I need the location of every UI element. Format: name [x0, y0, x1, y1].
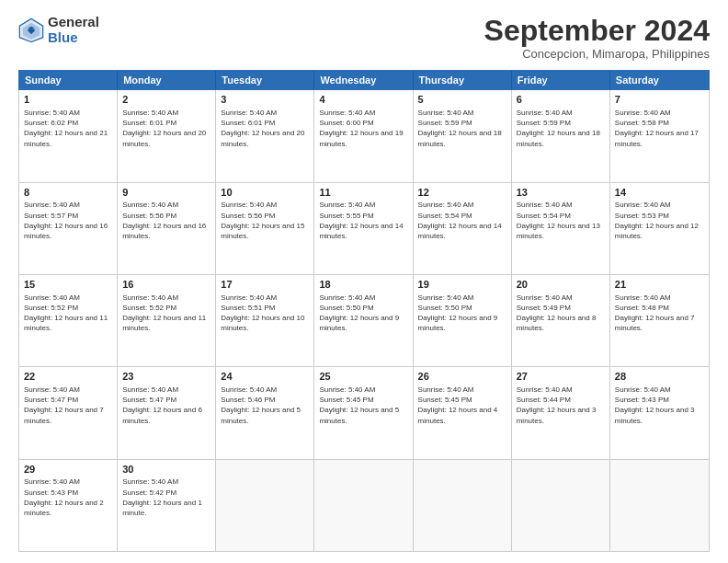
day-28: 28 Sunrise: 5:40 AMSunset: 5:43 PMDaylig… — [610, 367, 709, 458]
day-27: 27 Sunrise: 5:40 AMSunset: 5:44 PMDaylig… — [512, 367, 610, 458]
day-empty-5 — [610, 460, 709, 551]
page: General Blue September 2024 Concepcion, … — [0, 0, 728, 563]
header-thursday: Thursday — [414, 71, 512, 89]
week-row-1: 1 Sunrise: 5:40 AMSunset: 6:02 PMDayligh… — [19, 90, 709, 182]
calendar-body: 1 Sunrise: 5:40 AMSunset: 6:02 PMDayligh… — [18, 90, 710, 552]
day-empty-4 — [512, 460, 610, 551]
title-block: September 2024 Concepcion, Mimaropa, Phi… — [484, 15, 710, 61]
header: General Blue September 2024 Concepcion, … — [18, 15, 710, 61]
day-30: 30 Sunrise: 5:40 AMSunset: 5:42 PMDaylig… — [118, 460, 216, 551]
day-12: 12 Sunrise: 5:40 AMSunset: 5:54 PMDaylig… — [414, 183, 512, 274]
day-25: 25 Sunrise: 5:40 AMSunset: 5:45 PMDaylig… — [314, 367, 413, 458]
day-15: 15 Sunrise: 5:40 AMSunset: 5:52 PMDaylig… — [19, 275, 118, 366]
day-26: 26 Sunrise: 5:40 AMSunset: 5:45 PMDaylig… — [414, 367, 512, 458]
day-6: 6 Sunrise: 5:40 AMSunset: 5:59 PMDayligh… — [512, 90, 610, 181]
logo-general: General — [48, 15, 99, 30]
day-9: 9 Sunrise: 5:40 AMSunset: 5:56 PMDayligh… — [118, 183, 216, 274]
month-title: September 2024 — [484, 15, 710, 47]
calendar: Sunday Monday Tuesday Wednesday Thursday… — [18, 70, 710, 552]
day-14: 14 Sunrise: 5:40 AMSunset: 5:53 PMDaylig… — [610, 183, 709, 274]
day-11: 11 Sunrise: 5:40 AMSunset: 5:55 PMDaylig… — [314, 183, 413, 274]
day-21: 21 Sunrise: 5:40 AMSunset: 5:48 PMDaylig… — [610, 275, 709, 366]
day-empty-2 — [314, 460, 413, 551]
day-2: 2 Sunrise: 5:40 AMSunset: 6:01 PMDayligh… — [118, 90, 216, 181]
week-row-2: 8 Sunrise: 5:40 AMSunset: 5:57 PMDayligh… — [19, 183, 709, 275]
week-row-4: 22 Sunrise: 5:40 AMSunset: 5:47 PMDaylig… — [19, 367, 709, 459]
day-13: 13 Sunrise: 5:40 AMSunset: 5:54 PMDaylig… — [512, 183, 610, 274]
header-friday: Friday — [512, 71, 610, 89]
day-17: 17 Sunrise: 5:40 AMSunset: 5:51 PMDaylig… — [216, 275, 314, 366]
header-tuesday: Tuesday — [216, 71, 314, 89]
day-20: 20 Sunrise: 5:40 AMSunset: 5:49 PMDaylig… — [512, 275, 610, 366]
logo-text: General Blue — [48, 15, 99, 45]
day-22: 22 Sunrise: 5:40 AMSunset: 5:47 PMDaylig… — [19, 367, 118, 458]
day-3: 3 Sunrise: 5:40 AMSunset: 6:01 PMDayligh… — [216, 90, 314, 181]
header-wednesday: Wednesday — [314, 71, 413, 89]
header-sunday: Sunday — [19, 71, 118, 89]
day-8: 8 Sunrise: 5:40 AMSunset: 5:57 PMDayligh… — [19, 183, 118, 274]
day-empty-3 — [414, 460, 512, 551]
header-saturday: Saturday — [610, 71, 709, 89]
day-1: 1 Sunrise: 5:40 AMSunset: 6:02 PMDayligh… — [19, 90, 118, 181]
day-10: 10 Sunrise: 5:40 AMSunset: 5:56 PMDaylig… — [216, 183, 314, 274]
day-5: 5 Sunrise: 5:40 AMSunset: 5:59 PMDayligh… — [414, 90, 512, 181]
day-18: 18 Sunrise: 5:40 AMSunset: 5:50 PMDaylig… — [314, 275, 413, 366]
day-empty-1 — [216, 460, 314, 551]
day-24: 24 Sunrise: 5:40 AMSunset: 5:46 PMDaylig… — [216, 367, 314, 458]
week-row-3: 15 Sunrise: 5:40 AMSunset: 5:52 PMDaylig… — [19, 275, 709, 367]
header-monday: Monday — [118, 71, 216, 89]
day-4: 4 Sunrise: 5:40 AMSunset: 6:00 PMDayligh… — [314, 90, 413, 181]
day-23: 23 Sunrise: 5:40 AMSunset: 5:47 PMDaylig… — [118, 367, 216, 458]
location-subtitle: Concepcion, Mimaropa, Philippines — [484, 47, 710, 61]
logo: General Blue — [18, 15, 99, 45]
logo-icon — [18, 17, 44, 43]
logo-blue: Blue — [48, 30, 99, 46]
day-29: 29 Sunrise: 5:40 AMSunset: 5:43 PMDaylig… — [19, 460, 118, 551]
day-16: 16 Sunrise: 5:40 AMSunset: 5:52 PMDaylig… — [118, 275, 216, 366]
day-19: 19 Sunrise: 5:40 AMSunset: 5:50 PMDaylig… — [414, 275, 512, 366]
day-7: 7 Sunrise: 5:40 AMSunset: 5:58 PMDayligh… — [610, 90, 709, 181]
week-row-5: 29 Sunrise: 5:40 AMSunset: 5:43 PMDaylig… — [19, 460, 709, 551]
calendar-header: Sunday Monday Tuesday Wednesday Thursday… — [18, 70, 710, 90]
